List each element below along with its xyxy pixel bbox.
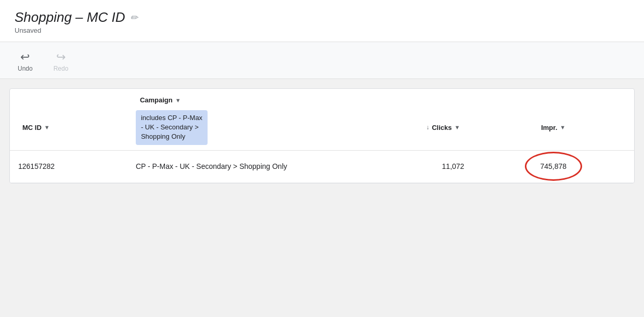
mcid-col-header-cell (10, 89, 127, 108)
filter-row: MC ID ▼ includes CP - P-Max- UK - Second… (10, 108, 634, 150)
impr-column-label: Impr. (541, 124, 557, 131)
mcid-dropdown-arrow-icon: ▼ (44, 124, 50, 130)
clicks-col-header-cell (318, 89, 472, 108)
campaign-filter-cell: includes CP - P-Max- UK - Secondary >Sho… (127, 108, 318, 150)
page-header: Shopping – MC ID ✏ Unsaved (0, 0, 644, 42)
redo-button[interactable]: ↪ Redo (50, 48, 72, 74)
undo-icon: ↩ (20, 50, 30, 64)
campaign-value: CP - P-Max - UK - Secondary > Shopping O… (136, 162, 287, 170)
mc-id-value: 126157282 (18, 162, 55, 170)
clicks-filter-cell: ↓ Clicks ▼ (318, 108, 472, 150)
clicks-column-label: Clicks (432, 124, 452, 131)
mcid-filter-cell: MC ID ▼ (10, 108, 127, 150)
undo-label: Undo (18, 65, 33, 72)
undo-button[interactable]: ↩ Undo (15, 48, 36, 74)
impr-dropdown-arrow-icon: ▼ (560, 124, 565, 130)
data-table: Campaign ▼ MC ID ▼ includes CP - P-Max- … (10, 89, 634, 183)
clicks-dropdown-arrow-icon: ▼ (455, 124, 460, 130)
campaign-column-label: Campaign (140, 96, 173, 104)
impr-circled-value: 745,878 (540, 162, 566, 170)
clicks-value: 11,072 (442, 162, 465, 170)
mc-id-cell: 126157282 (10, 150, 127, 182)
redo-label: Redo (54, 65, 69, 72)
campaign-filter-chip[interactable]: includes CP - P-Max- UK - Secondary >Sho… (136, 110, 208, 145)
impr-value: 745,878 (540, 162, 566, 170)
table-row: 126157282 CP - P-Max - UK - Secondary > … (10, 150, 634, 182)
impr-col-header-cell (472, 89, 634, 108)
clicks-sort-icon: ↓ (426, 124, 429, 131)
clicks-column-header-button[interactable]: ↓ Clicks ▼ (422, 122, 464, 134)
toolbar: ↩ Undo ↪ Redo (0, 42, 644, 79)
campaign-cell: CP - P-Max - UK - Secondary > Shopping O… (127, 150, 318, 182)
column-header-row: Campaign ▼ (10, 89, 634, 108)
campaign-column-header-button[interactable]: Campaign ▼ (136, 94, 185, 106)
redo-icon: ↪ (56, 50, 66, 64)
data-table-wrapper: Campaign ▼ MC ID ▼ includes CP - P-Max- … (9, 88, 635, 183)
page-title: Shopping – MC ID ✏ (15, 9, 629, 25)
impr-column-header-button[interactable]: Impr. ▼ (537, 122, 570, 134)
mcid-column-header-button[interactable]: MC ID ▼ (18, 122, 54, 134)
impr-cell: 745,878 (472, 150, 634, 182)
edit-icon[interactable]: ✏ (130, 12, 138, 23)
campaign-dropdown-arrow-icon: ▼ (175, 97, 181, 103)
unsaved-label: Unsaved (15, 27, 629, 34)
campaign-col-header-cell: Campaign ▼ (127, 89, 318, 108)
impr-filter-cell: Impr. ▼ (472, 108, 634, 150)
mcid-column-label: MC ID (22, 124, 42, 131)
clicks-cell: 11,072 (318, 150, 472, 182)
title-text: Shopping – MC ID (15, 9, 125, 25)
